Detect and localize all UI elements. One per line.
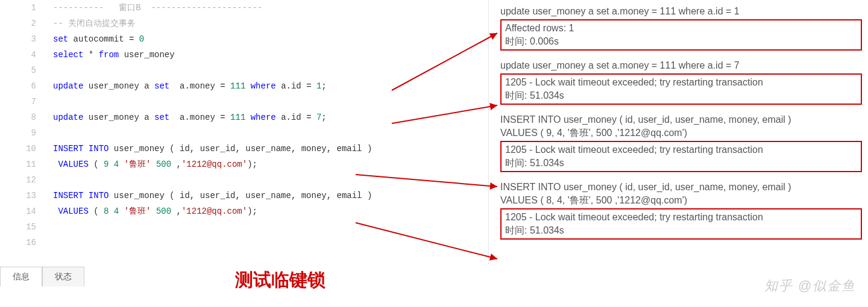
code-line[interactable]: 5 bbox=[0, 63, 488, 78]
tab-info[interactable]: 信息 bbox=[0, 267, 42, 287]
code-content: update user_money a set a.money = 111 wh… bbox=[47, 78, 488, 94]
line-number: 5 bbox=[0, 63, 47, 78]
code-content bbox=[47, 94, 488, 110]
code-line[interactable]: 3set autocommit = 0 bbox=[0, 31, 488, 47]
code-content bbox=[47, 63, 488, 78]
svg-marker-5 bbox=[490, 182, 497, 190]
line-number: 6 bbox=[0, 78, 47, 94]
result-block: update user_money a set a.money = 111 wh… bbox=[500, 59, 862, 105]
code-line[interactable]: 11 VALUES ( 9 4 '鲁班' 500 ,'1212@qq.com')… bbox=[0, 157, 488, 172]
result-query: INSERT INTO user_money ( id, user_id, us… bbox=[500, 181, 862, 207]
line-number: 11 bbox=[0, 157, 47, 172]
code-content: select * from user_money bbox=[47, 47, 488, 63]
code-line[interactable]: 15 bbox=[0, 219, 488, 235]
code-content: ---------- 窗口B ---------------------- bbox=[47, 0, 488, 16]
code-content: INSERT INTO user_money ( id, user_id, us… bbox=[47, 141, 488, 157]
results-panel: update user_money a set a.money = 111 wh… bbox=[500, 5, 862, 248]
watermark: 知乎 @似金鱼 bbox=[764, 277, 856, 295]
result-box: 1205 - Lock wait timeout exceeded; try r… bbox=[500, 208, 862, 240]
code-line[interactable]: 9 bbox=[0, 125, 488, 141]
line-number: 4 bbox=[0, 47, 47, 63]
line-number: 12 bbox=[0, 172, 47, 188]
code-line[interactable]: 2-- 关闭自动提交事务 bbox=[0, 16, 488, 31]
result-box: 1205 - Lock wait timeout exceeded; try r… bbox=[500, 141, 862, 172]
line-number: 7 bbox=[0, 94, 47, 110]
result-block: update user_money a set a.money = 111 wh… bbox=[500, 5, 862, 51]
result-box: 1205 - Lock wait timeout exceeded; try r… bbox=[500, 73, 862, 105]
line-number: 15 bbox=[0, 219, 47, 235]
sql-editor[interactable]: 1---------- 窗口B ----------------------2-… bbox=[0, 0, 489, 265]
code-content: set autocommit = 0 bbox=[47, 31, 488, 47]
code-content bbox=[47, 235, 488, 250]
code-line[interactable]: 6update user_money a set a.money = 111 w… bbox=[0, 78, 488, 94]
result-query: update user_money a set a.money = 111 wh… bbox=[500, 5, 862, 18]
svg-marker-3 bbox=[489, 103, 497, 110]
code-line[interactable]: 16 bbox=[0, 235, 488, 250]
line-number: 3 bbox=[0, 31, 47, 47]
page-root: 1---------- 窗口B ----------------------2-… bbox=[0, 0, 868, 307]
line-number: 10 bbox=[0, 141, 47, 157]
tab-status[interactable]: 状态 bbox=[42, 267, 84, 287]
line-number: 14 bbox=[0, 203, 47, 219]
line-number: 2 bbox=[0, 16, 47, 31]
code-content bbox=[47, 219, 488, 235]
result-query: INSERT INTO user_money ( id, user_id, us… bbox=[500, 113, 862, 140]
line-number: 1 bbox=[0, 0, 47, 16]
svg-marker-1 bbox=[489, 33, 497, 40]
line-number: 8 bbox=[0, 110, 47, 125]
line-number: 16 bbox=[0, 235, 47, 250]
code-line[interactable]: 1---------- 窗口B ---------------------- bbox=[0, 0, 488, 16]
code-content: update user_money a set a.money = 111 wh… bbox=[47, 110, 488, 125]
code-line[interactable]: 7 bbox=[0, 94, 488, 110]
code-content: -- 关闭自动提交事务 bbox=[47, 16, 488, 31]
code-content: INSERT INTO user_money ( id, user_id, us… bbox=[47, 188, 488, 203]
code-line[interactable]: 4select * from user_money bbox=[0, 47, 488, 63]
code-line[interactable]: 10INSERT INTO user_money ( id, user_id, … bbox=[0, 141, 488, 157]
annotation-caption: 测试临键锁 bbox=[235, 268, 326, 293]
svg-marker-7 bbox=[489, 253, 497, 261]
code-line[interactable]: 12 bbox=[0, 172, 488, 188]
bottom-tabs: 信息 状态 bbox=[0, 266, 84, 287]
code-line[interactable]: 14 VALUES ( 8 4 '鲁班' 500 ,'1212@qq.com')… bbox=[0, 203, 488, 219]
code-content: VALUES ( 8 4 '鲁班' 500 ,'1212@qq.com'); bbox=[47, 203, 488, 219]
result-block: INSERT INTO user_money ( id, user_id, us… bbox=[500, 113, 862, 172]
result-query: update user_money a set a.money = 111 wh… bbox=[500, 59, 862, 72]
code-content bbox=[47, 172, 488, 188]
code-content bbox=[47, 125, 488, 141]
code-line[interactable]: 13INSERT INTO user_money ( id, user_id, … bbox=[0, 188, 488, 203]
result-block: INSERT INTO user_money ( id, user_id, us… bbox=[500, 181, 862, 240]
line-number: 13 bbox=[0, 188, 47, 203]
code-line[interactable]: 8update user_money a set a.money = 111 w… bbox=[0, 110, 488, 125]
line-number: 9 bbox=[0, 125, 47, 141]
result-box: Affected rows: 1时间: 0.006s bbox=[500, 19, 862, 51]
code-content: VALUES ( 9 4 '鲁班' 500 ,'1212@qq.com'); bbox=[47, 157, 488, 172]
